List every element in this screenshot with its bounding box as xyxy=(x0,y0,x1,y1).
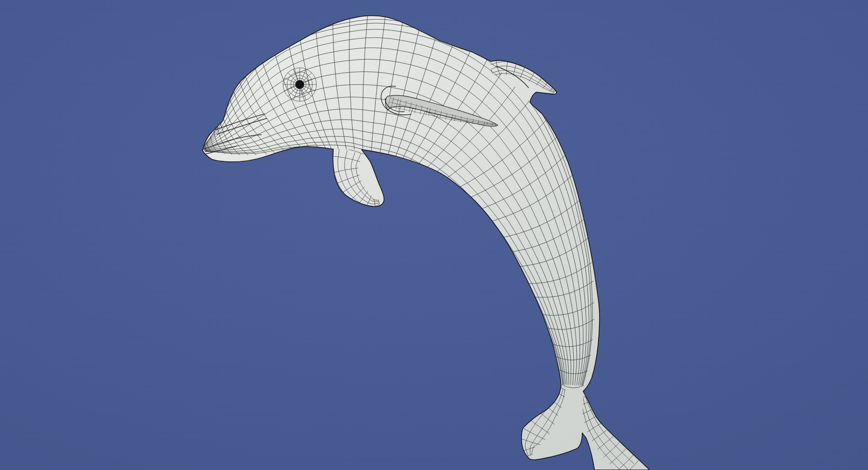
wireframe-canvas[interactable] xyxy=(0,0,868,470)
eye xyxy=(283,68,316,101)
viewport-3d[interactable] xyxy=(0,0,868,470)
eye-pupil xyxy=(296,80,304,89)
